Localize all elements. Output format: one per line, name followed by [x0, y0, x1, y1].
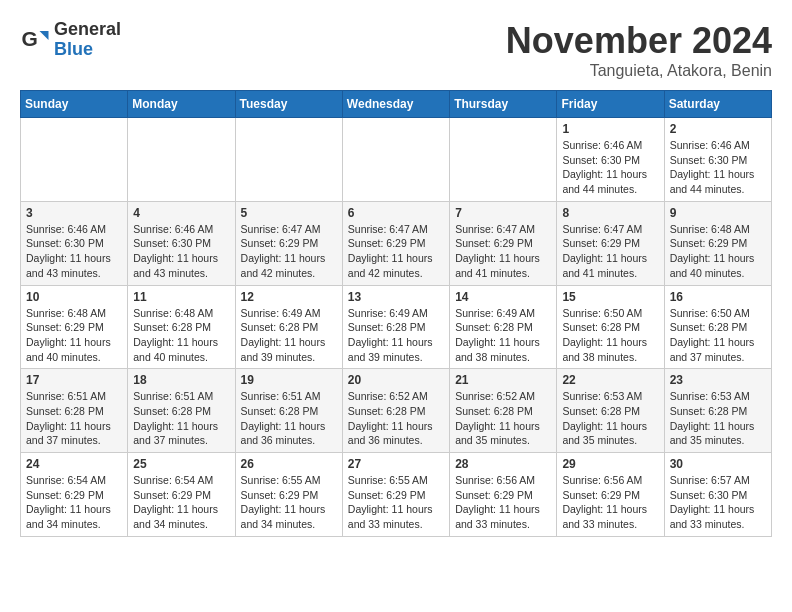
day-number: 25	[133, 457, 229, 471]
day-info: Sunrise: 6:51 AMSunset: 6:28 PMDaylight:…	[241, 389, 337, 448]
calendar-week-4: 17Sunrise: 6:51 AMSunset: 6:28 PMDayligh…	[21, 369, 772, 453]
day-number: 8	[562, 206, 658, 220]
day-number: 9	[670, 206, 766, 220]
calendar-cell: 4Sunrise: 6:46 AMSunset: 6:30 PMDaylight…	[128, 201, 235, 285]
logo: G General Blue	[20, 20, 121, 60]
day-info: Sunrise: 6:49 AMSunset: 6:28 PMDaylight:…	[455, 306, 551, 365]
calendar-cell: 11Sunrise: 6:48 AMSunset: 6:28 PMDayligh…	[128, 285, 235, 369]
calendar-cell: 22Sunrise: 6:53 AMSunset: 6:28 PMDayligh…	[557, 369, 664, 453]
month-title: November 2024	[506, 20, 772, 62]
day-info: Sunrise: 6:53 AMSunset: 6:28 PMDaylight:…	[670, 389, 766, 448]
day-info: Sunrise: 6:50 AMSunset: 6:28 PMDaylight:…	[670, 306, 766, 365]
weekday-thursday: Thursday	[450, 91, 557, 118]
day-number: 18	[133, 373, 229, 387]
day-number: 26	[241, 457, 337, 471]
day-number: 12	[241, 290, 337, 304]
svg-marker-1	[40, 31, 49, 40]
calendar-cell: 2Sunrise: 6:46 AMSunset: 6:30 PMDaylight…	[664, 118, 771, 202]
day-info: Sunrise: 6:52 AMSunset: 6:28 PMDaylight:…	[348, 389, 444, 448]
logo-general: General	[54, 20, 121, 40]
calendar-header: SundayMondayTuesdayWednesdayThursdayFrid…	[21, 91, 772, 118]
calendar-cell: 24Sunrise: 6:54 AMSunset: 6:29 PMDayligh…	[21, 453, 128, 537]
calendar-cell: 23Sunrise: 6:53 AMSunset: 6:28 PMDayligh…	[664, 369, 771, 453]
calendar-cell: 9Sunrise: 6:48 AMSunset: 6:29 PMDaylight…	[664, 201, 771, 285]
logo-blue: Blue	[54, 40, 121, 60]
logo-text: General Blue	[54, 20, 121, 60]
day-info: Sunrise: 6:47 AMSunset: 6:29 PMDaylight:…	[348, 222, 444, 281]
calendar-cell	[342, 118, 449, 202]
day-number: 10	[26, 290, 122, 304]
calendar-cell: 16Sunrise: 6:50 AMSunset: 6:28 PMDayligh…	[664, 285, 771, 369]
page-header: G General Blue November 2024 Tanguieta, …	[20, 20, 772, 80]
day-info: Sunrise: 6:48 AMSunset: 6:29 PMDaylight:…	[670, 222, 766, 281]
calendar-cell: 17Sunrise: 6:51 AMSunset: 6:28 PMDayligh…	[21, 369, 128, 453]
calendar-cell: 20Sunrise: 6:52 AMSunset: 6:28 PMDayligh…	[342, 369, 449, 453]
day-number: 7	[455, 206, 551, 220]
calendar-cell	[235, 118, 342, 202]
calendar-cell	[450, 118, 557, 202]
calendar-cell	[128, 118, 235, 202]
day-number: 16	[670, 290, 766, 304]
day-info: Sunrise: 6:47 AMSunset: 6:29 PMDaylight:…	[455, 222, 551, 281]
day-info: Sunrise: 6:46 AMSunset: 6:30 PMDaylight:…	[26, 222, 122, 281]
calendar-week-5: 24Sunrise: 6:54 AMSunset: 6:29 PMDayligh…	[21, 453, 772, 537]
day-info: Sunrise: 6:46 AMSunset: 6:30 PMDaylight:…	[670, 138, 766, 197]
day-info: Sunrise: 6:51 AMSunset: 6:28 PMDaylight:…	[133, 389, 229, 448]
day-info: Sunrise: 6:47 AMSunset: 6:29 PMDaylight:…	[241, 222, 337, 281]
day-info: Sunrise: 6:51 AMSunset: 6:28 PMDaylight:…	[26, 389, 122, 448]
calendar-cell: 10Sunrise: 6:48 AMSunset: 6:29 PMDayligh…	[21, 285, 128, 369]
day-number: 1	[562, 122, 658, 136]
day-info: Sunrise: 6:56 AMSunset: 6:29 PMDaylight:…	[562, 473, 658, 532]
location: Tanguieta, Atakora, Benin	[506, 62, 772, 80]
day-info: Sunrise: 6:47 AMSunset: 6:29 PMDaylight:…	[562, 222, 658, 281]
calendar-week-2: 3Sunrise: 6:46 AMSunset: 6:30 PMDaylight…	[21, 201, 772, 285]
title-block: November 2024 Tanguieta, Atakora, Benin	[506, 20, 772, 80]
day-number: 19	[241, 373, 337, 387]
day-number: 27	[348, 457, 444, 471]
weekday-friday: Friday	[557, 91, 664, 118]
logo-icon: G	[20, 25, 50, 55]
day-number: 15	[562, 290, 658, 304]
day-info: Sunrise: 6:54 AMSunset: 6:29 PMDaylight:…	[133, 473, 229, 532]
calendar-cell: 1Sunrise: 6:46 AMSunset: 6:30 PMDaylight…	[557, 118, 664, 202]
day-number: 11	[133, 290, 229, 304]
day-number: 24	[26, 457, 122, 471]
calendar-cell: 6Sunrise: 6:47 AMSunset: 6:29 PMDaylight…	[342, 201, 449, 285]
day-number: 21	[455, 373, 551, 387]
calendar-cell: 13Sunrise: 6:49 AMSunset: 6:28 PMDayligh…	[342, 285, 449, 369]
day-number: 13	[348, 290, 444, 304]
calendar-week-3: 10Sunrise: 6:48 AMSunset: 6:29 PMDayligh…	[21, 285, 772, 369]
day-number: 30	[670, 457, 766, 471]
svg-text:G: G	[22, 27, 38, 50]
weekday-wednesday: Wednesday	[342, 91, 449, 118]
day-info: Sunrise: 6:57 AMSunset: 6:30 PMDaylight:…	[670, 473, 766, 532]
calendar-cell	[21, 118, 128, 202]
day-number: 6	[348, 206, 444, 220]
calendar-cell: 28Sunrise: 6:56 AMSunset: 6:29 PMDayligh…	[450, 453, 557, 537]
calendar-cell: 12Sunrise: 6:49 AMSunset: 6:28 PMDayligh…	[235, 285, 342, 369]
calendar-cell: 19Sunrise: 6:51 AMSunset: 6:28 PMDayligh…	[235, 369, 342, 453]
day-number: 20	[348, 373, 444, 387]
day-number: 23	[670, 373, 766, 387]
calendar-cell: 14Sunrise: 6:49 AMSunset: 6:28 PMDayligh…	[450, 285, 557, 369]
calendar-cell: 18Sunrise: 6:51 AMSunset: 6:28 PMDayligh…	[128, 369, 235, 453]
calendar-cell: 5Sunrise: 6:47 AMSunset: 6:29 PMDaylight…	[235, 201, 342, 285]
day-number: 14	[455, 290, 551, 304]
day-info: Sunrise: 6:53 AMSunset: 6:28 PMDaylight:…	[562, 389, 658, 448]
weekday-header-row: SundayMondayTuesdayWednesdayThursdayFrid…	[21, 91, 772, 118]
calendar-cell: 3Sunrise: 6:46 AMSunset: 6:30 PMDaylight…	[21, 201, 128, 285]
weekday-saturday: Saturday	[664, 91, 771, 118]
day-number: 5	[241, 206, 337, 220]
calendar-cell: 26Sunrise: 6:55 AMSunset: 6:29 PMDayligh…	[235, 453, 342, 537]
day-number: 3	[26, 206, 122, 220]
day-number: 29	[562, 457, 658, 471]
calendar-cell: 25Sunrise: 6:54 AMSunset: 6:29 PMDayligh…	[128, 453, 235, 537]
day-info: Sunrise: 6:54 AMSunset: 6:29 PMDaylight:…	[26, 473, 122, 532]
day-info: Sunrise: 6:50 AMSunset: 6:28 PMDaylight:…	[562, 306, 658, 365]
day-info: Sunrise: 6:55 AMSunset: 6:29 PMDaylight:…	[348, 473, 444, 532]
day-number: 4	[133, 206, 229, 220]
day-number: 17	[26, 373, 122, 387]
day-info: Sunrise: 6:48 AMSunset: 6:29 PMDaylight:…	[26, 306, 122, 365]
day-info: Sunrise: 6:55 AMSunset: 6:29 PMDaylight:…	[241, 473, 337, 532]
calendar-cell: 21Sunrise: 6:52 AMSunset: 6:28 PMDayligh…	[450, 369, 557, 453]
